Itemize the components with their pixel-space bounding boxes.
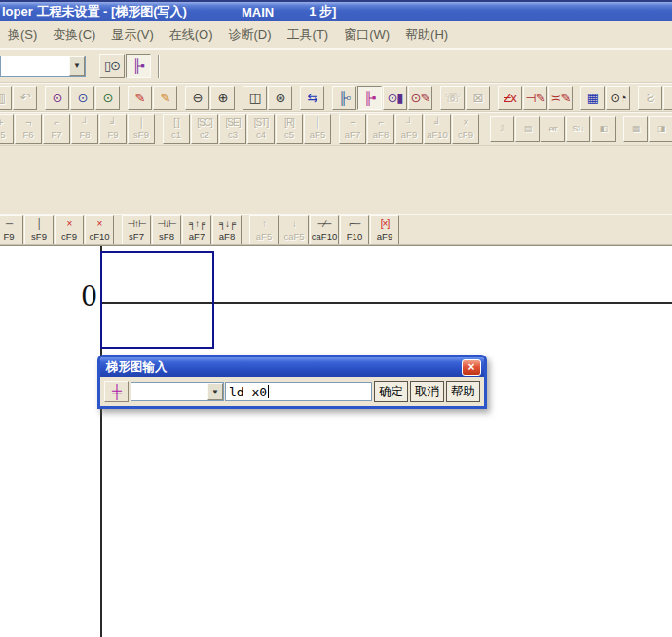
device-batch-monitor-button[interactable]: ⊣✎ [523, 86, 547, 110]
insert-write-mode-button[interactable]: ✎ [153, 86, 177, 110]
undo-button: ↶ [13, 86, 37, 110]
fkey-f9-hline[interactable]: ─ F9 [0, 215, 23, 244]
pc-read-write-button[interactable]: ⇆ [300, 86, 324, 110]
find-device-use-button[interactable]: ⊙✎ [408, 86, 432, 110]
fkey-sf9-vline[interactable]: │ sF9 [24, 215, 54, 244]
fkey-af7-pulse-rise-close[interactable]: ╕↑╒ aF7 [182, 215, 211, 244]
menu-tools[interactable]: 工具(T) [280, 26, 337, 44]
toolbar-icon: ⊙▮ [387, 92, 402, 104]
write-mode-button[interactable]: ✎ [128, 86, 152, 110]
sfc-block-info-button: ◨ [649, 116, 672, 142]
zoom-out-button[interactable]: ⊖ [185, 86, 209, 110]
title-bar: loper 工程未设置 - [梯形图(写入) MAIN 1 步] [0, 0, 672, 21]
cancel-button[interactable]: 取消 [410, 381, 444, 402]
fkey-f10-line-edit[interactable]: ⌐─ F10 [340, 215, 369, 244]
ladder-edit-area[interactable]: 0 梯形图输入 × ╪ ▼ ld x0 确定 取消 帮助 [0, 245, 672, 637]
fkey-c4: [ST] c4 [247, 114, 275, 144]
toolbar-icon: ↶ [20, 92, 30, 104]
find-device-button[interactable]: ⊙ [45, 86, 69, 110]
monitor-stop-button: ⊠ [466, 86, 490, 110]
contact-symbol-button[interactable]: ╪ [104, 381, 129, 402]
dialog-title-bar[interactable]: 梯形图输入 × [100, 357, 484, 377]
fkey-af9: ┘ aF9 [395, 114, 423, 144]
toolbar-find-monitor-buttons: ▥ ↶ ⊙ ⊙ ⊙ ✎ ✎ ⊖ ⊕ ◫ ⊛ ⇆ [0, 86, 672, 110]
buffer-memory-monitor-button[interactable]: ▦ [580, 86, 605, 110]
fkey-label: aF5 [310, 131, 325, 140]
title-program-name: MAIN [242, 5, 274, 19]
fkey-sf7-pulse-rise[interactable]: ⊣↑⊢ sF7 [122, 215, 151, 244]
fkey-cf9-delete-line[interactable]: × cF9 [55, 215, 84, 244]
help-button[interactable]: 帮助 [446, 381, 480, 402]
fkey-af8-pulse-fall-close[interactable]: ╕↓╒ aF8 [212, 215, 242, 244]
program-select-combo[interactable]: ▼ [0, 56, 86, 77]
instruction-input-value: ld x0 [229, 385, 267, 399]
fkey-label: sF9 [133, 131, 149, 140]
fkey-label: cF9 [458, 131, 473, 140]
toolbar-find-monitor: ▥ ↶ ⊙ ⊙ ⊙ ✎ ✎ ⊖ ⊕ ◫ ⊛ ⇆ [0, 83, 672, 112]
monitor-condition-button[interactable]: ⊙◔ [606, 86, 630, 110]
toolbar-icon: ⊙ [103, 92, 113, 104]
fkey-sf8-pulse-fall[interactable]: ⊣↓⊢ sF8 [152, 215, 181, 244]
find-string-button[interactable]: ⊙ [95, 86, 120, 110]
toolbar-icon: ⊕ [218, 92, 228, 104]
toolbar-dock-area [0, 146, 672, 214]
symbol-select-combo[interactable]: ▼ [131, 382, 224, 401]
fkey-cf10-delete-vline[interactable]: × cF10 [85, 215, 114, 244]
fkey-label: caF5 [283, 232, 304, 242]
device-test-button[interactable]: Ƶx [498, 86, 522, 110]
fkey-caf10-invert[interactable]: ─∕─ caF10 [310, 215, 339, 244]
text-caret [268, 385, 269, 398]
fkey-label: sF9 [31, 232, 47, 242]
fkey-label: c3 [228, 131, 238, 140]
window-arrange-button[interactable]: ◫ [243, 86, 267, 110]
fkey-label: c5 [284, 131, 294, 140]
chevron-down-icon[interactable]: ▼ [69, 56, 85, 76]
toolbar-icon: ▥ [0, 92, 5, 104]
find-replace-button[interactable]: ⊙ [70, 86, 94, 110]
entry-data-monitor-button[interactable]: ≍✎ [548, 86, 573, 110]
toolbar-icon: ▦ [632, 125, 640, 133]
menu-diagnostics[interactable]: 诊断(D) [221, 26, 280, 44]
toolbar-icon: ⇆ [308, 92, 317, 104]
project-data-list-button[interactable]: ╟▪ [126, 54, 151, 78]
ok-button[interactable]: 确定 [374, 381, 408, 402]
fkey-label: aF7 [189, 232, 205, 242]
instruction-input[interactable]: ld x0 [225, 382, 372, 401]
menu-window[interactable]: 窗口(W) [336, 26, 397, 44]
close-icon[interactable]: × [462, 359, 481, 376]
circuit-monitor-button[interactable]: ⊛ [268, 86, 292, 110]
sfc-block-split-button: ◧ [591, 116, 616, 142]
fkey-af7: ¬ aF7 [339, 114, 366, 144]
menu-search[interactable]: 换(S) [0, 26, 45, 44]
toolbar-icon: Ƨ [647, 92, 654, 104]
comment-show-button[interactable]: ▯⊙ [99, 54, 125, 78]
fkey-sf9: │ sF9 [128, 114, 155, 144]
toolbar-ladder-lines: ─ F9 │ sF9 × cF9 × cF10 ⊣↑⊢ sF7 ⊣↓⊢ sF8 … [0, 214, 672, 245]
find-contact-coil-button[interactable]: ⊙▮ [383, 86, 407, 110]
fkey-c5: [R] c5 [276, 114, 303, 144]
toolbar-icon: Ƶx [504, 92, 515, 104]
fkey-label: F5 [0, 131, 6, 140]
open-contact-icon: ╪ [112, 385, 121, 398]
title-step-count: 1 步] [309, 3, 336, 20]
ladder-input-dialog: 梯形图输入 × ╪ ▼ ld x0 确定 取消 帮助 [97, 355, 487, 409]
fkey-af9-delete-rung[interactable]: [×] aF9 [370, 215, 399, 244]
fkey-label: F6 [22, 131, 33, 140]
toolbar-main-buttons: ▯⊙ ╟▪ [99, 54, 152, 78]
toolbar-icon: ⊛ [276, 92, 285, 104]
edit-cursor-cell[interactable] [100, 251, 214, 349]
toolbar-icon: ⇩ [499, 125, 505, 133]
ladder-tree-active-button[interactable]: ╟▪ [357, 86, 382, 110]
fkey-cf9: × cF9 [452, 114, 479, 144]
menu-convert[interactable]: 变换(C) [45, 26, 103, 44]
toolbar-icon: ◧ [600, 125, 608, 133]
menu-help[interactable]: 帮助(H) [397, 26, 456, 44]
zoom-in-button[interactable]: ⊕ [210, 86, 235, 110]
fkey-f8: ┘ F8 [71, 114, 98, 144]
menu-view[interactable]: 显示(V) [103, 26, 161, 44]
ladder-tree-button[interactable]: ╟▫ [332, 86, 356, 110]
fkey-label: sF8 [159, 232, 174, 242]
fkey-af5: │ aF5 [304, 114, 331, 144]
chevron-down-icon[interactable]: ▼ [207, 383, 223, 400]
menu-online[interactable]: 在线(O) [162, 26, 221, 44]
